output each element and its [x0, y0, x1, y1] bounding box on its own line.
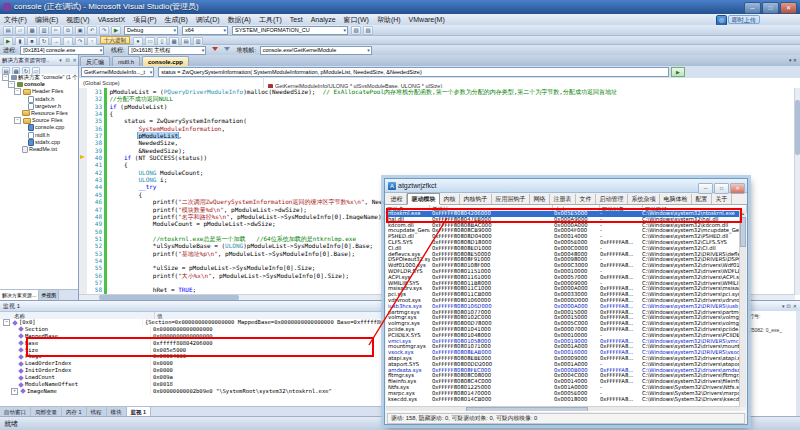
tool-tab-启动管理[interactable]: 启动管理 — [596, 194, 628, 204]
breakpoint-margin[interactable] — [79, 272, 87, 279]
tool-tab-内核钩子[interactable]: 内核钩子 — [460, 194, 492, 204]
cut-icon[interactable]: ✂ — [51, 26, 61, 35]
menu-item[interactable]: VAssistX — [94, 14, 130, 25]
menu-item[interactable]: Test — [286, 14, 307, 25]
start-debug-icon[interactable]: ▶ — [111, 26, 121, 35]
breakpoint-margin[interactable] — [79, 264, 87, 271]
minimize-button[interactable]: ─ — [744, 2, 761, 14]
breakpoint-margin[interactable] — [79, 286, 87, 293]
tree-expander[interactable]: − — [8, 81, 15, 88]
tool-tab-进程[interactable]: 进程 — [387, 194, 407, 204]
breakpoint-margin[interactable] — [79, 228, 87, 235]
breakpoint-margin[interactable] — [79, 257, 87, 264]
breakpoint-margin[interactable] — [79, 213, 87, 220]
copy-icon[interactable]: ⧉ — [63, 26, 73, 35]
menu-item[interactable]: 生成(B) — [160, 14, 191, 25]
breakpoint-margin[interactable] — [79, 169, 87, 176]
panel-header-button[interactable]: ⊡ — [786, 303, 792, 309]
tree-item-console[interactable]: −console — [0, 81, 78, 88]
tree-item-console.cpp[interactable]: console.cpp — [0, 124, 78, 131]
menu-item[interactable]: 编辑(E) — [31, 14, 62, 25]
va-context-combo[interactable]: GetKernelModuleInfo..._t — [81, 67, 154, 77]
platform-combo[interactable]: x64 — [182, 26, 228, 35]
tree-item--console-1-[interactable]: −解决方案 "console" (1 个项目) — [0, 74, 78, 81]
breakpoint-margin[interactable] — [79, 279, 87, 286]
tree-item-readme.txt[interactable]: ReadMe.txt — [0, 146, 78, 153]
tree-expander[interactable]: − — [14, 117, 21, 124]
breakpoint-margin[interactable] — [79, 176, 87, 183]
thread-combo[interactable]: [0x1618] 主线程 — [128, 46, 206, 55]
breakpoint-margin[interactable] — [79, 147, 87, 154]
tool-tab-内核[interactable]: 内核 — [440, 194, 460, 204]
watch-expander[interactable]: + — [11, 388, 18, 395]
menu-item[interactable]: 窗口(W) — [340, 14, 373, 25]
save-all-icon[interactable]: ▥ — [39, 26, 49, 35]
tree-expander[interactable]: − — [14, 88, 21, 95]
panel-tab-类视图[interactable]: 类视图 — [39, 290, 59, 300]
thread-filter-icon[interactable] — [224, 47, 230, 51]
breakpoint-margin[interactable] — [79, 110, 87, 117]
breakpoint-margin[interactable] — [79, 139, 87, 146]
menu-item[interactable]: 项目(P) — [129, 14, 160, 25]
find-in-files-icon[interactable]: ▨ — [351, 26, 361, 35]
close-button[interactable]: ✕ — [730, 183, 745, 194]
menu-item[interactable]: 调试(D) — [192, 14, 224, 25]
menu-item[interactable]: 工具(T) — [255, 14, 286, 25]
breakpoint-margin[interactable] — [79, 154, 87, 161]
tab-strip-controls[interactable]: ▾ ✕ — [789, 55, 797, 66]
tree-item-resource-files[interactable]: Resource Files — [0, 110, 78, 117]
breakpoint-margin[interactable] — [79, 117, 87, 124]
tool-tab-系统杂项[interactable]: 系统杂项 — [628, 194, 660, 204]
tool-tab-电脑体检[interactable]: 电脑体检 — [660, 194, 692, 204]
tool-tab-文件[interactable]: 文件 — [576, 194, 596, 204]
save-icon[interactable]: ▦ — [27, 26, 37, 35]
breakpoint-margin[interactable] — [79, 88, 87, 95]
menu-item[interactable]: 数据(A) — [224, 14, 255, 25]
open-file-icon[interactable]: ▱ — [15, 26, 25, 35]
panel-header-button[interactable]: ⊡ — [64, 55, 71, 65]
find-combo[interactable]: SYSTEM_INFORMATION_CU — [232, 26, 348, 35]
breakpoint-margin[interactable] — [79, 183, 87, 190]
go-button[interactable]: ▶ — [671, 67, 685, 77]
watch-expander[interactable]: − — [3, 319, 10, 326]
paste-icon[interactable]: ▣ — [75, 26, 85, 35]
tree-item-targetver.h[interactable]: targetver.h — [0, 103, 78, 110]
breakpoint-margin[interactable] — [79, 132, 87, 139]
breakpoint-margin[interactable] — [79, 206, 87, 213]
menu-item[interactable]: 文件(F) — [0, 14, 31, 25]
breakpoint-margin[interactable] — [79, 95, 87, 102]
driver-row-ksecdd.sys[interactable]: ksecdd.sys0xFFFFF808014CB0000x000180000x… — [386, 397, 740, 403]
panel-header-button[interactable]: ✕ — [792, 303, 798, 309]
breakpoint-margin[interactable] — [79, 242, 87, 249]
tree-item-header-files[interactable]: −Header Files — [0, 88, 78, 95]
panel-header-button[interactable]: ▾ — [781, 303, 786, 309]
panel-header-button[interactable]: ✕ — [71, 55, 78, 65]
tree-item-source-files[interactable]: −Source Files — [0, 117, 78, 124]
menu-item[interactable]: VMware(M) — [405, 14, 449, 25]
solution-config-combo[interactable]: Debug — [124, 26, 178, 35]
close-button[interactable]: ✕ — [780, 2, 797, 14]
table-vertical-scrollbar[interactable]: ▲ — [739, 211, 746, 407]
scrollbar-thumb[interactable] — [740, 217, 746, 247]
menu-item[interactable]: Analyze — [307, 14, 340, 25]
tool-tab-网络[interactable]: 网络 — [530, 194, 550, 204]
breakpoint-margin[interactable] — [79, 161, 87, 168]
panel-tab-解决方案资源...[interactable]: 解决方案资源... — [0, 290, 39, 300]
tool-tab-注册表[interactable]: 注册表 — [550, 194, 576, 204]
breakpoint-margin[interactable] — [79, 235, 87, 242]
breakpoint-margin[interactable] — [79, 220, 87, 227]
panel-header-button[interactable]: ▾ — [57, 55, 64, 65]
tool-tab-驱动模块[interactable]: 驱动模块 — [407, 193, 440, 205]
breakpoint-margin[interactable] — [79, 191, 87, 198]
undo-icon[interactable]: ↶ — [87, 26, 97, 35]
hex-display-toggle[interactable]: 十六进制 — [100, 36, 130, 44]
tree-item-stdafx.h[interactable]: stdafx.h — [0, 96, 78, 103]
new-file-icon[interactable]: ▤ — [3, 26, 13, 35]
maximize-button[interactable]: □ — [762, 2, 779, 14]
menu-extra-button[interactable]: ◎即时上传 — [716, 15, 760, 24]
scrollbar-thumb[interactable] — [795, 100, 800, 155]
breakpoint-margin[interactable] — [79, 198, 87, 205]
va-search-input[interactable]: status = ZwQuerySystemInformation( Syste… — [158, 67, 669, 77]
breakpoint-margin[interactable] — [79, 125, 87, 132]
menu-item[interactable]: 帮助(H) — [373, 14, 405, 25]
